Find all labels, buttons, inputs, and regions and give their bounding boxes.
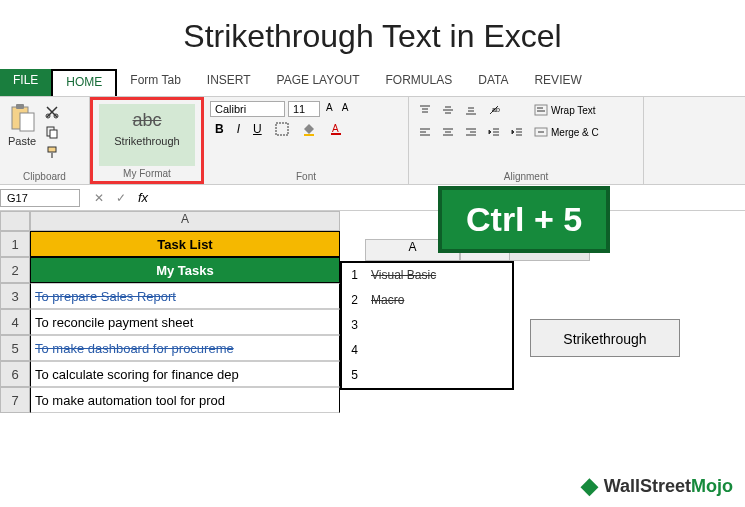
- mini-row-header[interactable]: 2: [342, 288, 367, 313]
- clipboard-group: Paste Clipboard: [0, 97, 90, 184]
- fill-color-icon[interactable]: [297, 121, 321, 140]
- svg-rect-7: [48, 147, 56, 152]
- copy-icon[interactable]: [42, 123, 62, 141]
- watermark-mojo: Mojo: [691, 476, 733, 496]
- watermark-text: WallStreet: [604, 476, 691, 496]
- font-size-select[interactable]: 11: [288, 101, 320, 117]
- increase-indent-icon[interactable]: [507, 123, 527, 141]
- italic-button[interactable]: I: [232, 121, 245, 140]
- mini-row-header[interactable]: 3: [342, 313, 367, 338]
- myformat-label: My Format: [99, 168, 195, 179]
- mini-row-header[interactable]: 1: [342, 263, 367, 288]
- name-box[interactable]: G17: [0, 189, 80, 207]
- tab-data[interactable]: DATA: [465, 69, 521, 96]
- mini-cell-b3[interactable]: [462, 313, 512, 338]
- alignment-label: Alignment: [415, 171, 637, 182]
- ribbon: Paste Clipboard abc Strikethrough My For…: [0, 97, 745, 185]
- mini-corner[interactable]: [340, 239, 365, 261]
- mini-cell-a4[interactable]: [367, 338, 462, 363]
- mini-cell-b2[interactable]: [462, 288, 512, 313]
- cell-a7[interactable]: To make automation tool for prod: [30, 387, 340, 413]
- align-center-icon[interactable]: [438, 123, 458, 141]
- svg-rect-8: [51, 152, 53, 158]
- strikethrough-icon: abc: [132, 110, 161, 131]
- row-header[interactable]: 3: [0, 283, 30, 309]
- watermark-icon: ◆: [581, 473, 598, 499]
- borders-icon[interactable]: [270, 121, 294, 140]
- orientation-icon[interactable]: ab: [484, 101, 504, 119]
- fx-icon[interactable]: fx: [138, 190, 148, 205]
- font-label: Font: [210, 171, 402, 182]
- tab-file[interactable]: FILE: [0, 69, 51, 96]
- formula-cancel-icon[interactable]: ✕: [88, 191, 110, 205]
- align-top-icon[interactable]: [415, 101, 435, 119]
- cell-a6[interactable]: To calculate scoring for finance dep: [30, 361, 340, 387]
- align-left-icon[interactable]: [415, 123, 435, 141]
- strikethrough-button[interactable]: abc Strikethrough: [99, 104, 195, 166]
- cell-a2[interactable]: My Tasks: [30, 257, 340, 283]
- strikethrough-macro-button[interactable]: Strikethrough: [530, 319, 680, 357]
- mini-cell-a5[interactable]: [367, 363, 462, 388]
- svg-text:A: A: [332, 123, 339, 134]
- formula-bar: G17 ✕ ✓ fx: [0, 185, 745, 211]
- mini-cell-b1[interactable]: [462, 263, 512, 288]
- row-header[interactable]: 4: [0, 309, 30, 335]
- tab-form[interactable]: Form Tab: [117, 69, 193, 96]
- decrease-indent-icon[interactable]: [484, 123, 504, 141]
- paste-button[interactable]: Paste: [6, 101, 38, 161]
- svg-rect-1: [16, 104, 24, 109]
- decrease-font-icon[interactable]: A: [339, 101, 352, 117]
- mini-cell-a2[interactable]: Macro: [367, 288, 462, 313]
- watermark: ◆ WallStreetMojo: [581, 473, 733, 499]
- row-header[interactable]: 1: [0, 231, 30, 257]
- tab-page-layout[interactable]: PAGE LAYOUT: [264, 69, 373, 96]
- tab-home[interactable]: HOME: [51, 69, 117, 96]
- format-painter-icon[interactable]: [42, 143, 62, 161]
- align-middle-icon[interactable]: [438, 101, 458, 119]
- wrap-text-button[interactable]: Wrap Text: [530, 101, 600, 119]
- svg-rect-10: [304, 134, 314, 136]
- paste-icon: [6, 101, 38, 135]
- mini-table: 1Visual Basic 2Macro 3 4 5: [340, 261, 514, 390]
- mini-cell-a1[interactable]: Visual Basic: [367, 263, 462, 288]
- mini-row-header[interactable]: 4: [342, 338, 367, 363]
- row-header[interactable]: 6: [0, 361, 30, 387]
- cell-a5[interactable]: To make dashboard for procureme: [30, 335, 340, 361]
- font-color-icon[interactable]: A: [324, 121, 348, 140]
- font-group: Calibri 11 A A B I U A Font: [204, 97, 409, 184]
- row-header[interactable]: 5: [0, 335, 30, 361]
- mini-cell-a3[interactable]: [367, 313, 462, 338]
- mini-row-header[interactable]: 5: [342, 363, 367, 388]
- svg-rect-2: [20, 113, 34, 131]
- font-name-select[interactable]: Calibri: [210, 101, 285, 117]
- cell-a4[interactable]: To reconcile payment sheet: [30, 309, 340, 335]
- col-header-a[interactable]: A: [30, 211, 340, 231]
- strikethrough-label: Strikethrough: [114, 135, 179, 147]
- cut-icon[interactable]: [42, 103, 62, 121]
- cell-a1[interactable]: Task List: [30, 231, 340, 257]
- merge-center-button[interactable]: Merge & C: [530, 123, 603, 141]
- align-bottom-icon[interactable]: [461, 101, 481, 119]
- select-all-corner[interactable]: [0, 211, 30, 231]
- formula-enter-icon[interactable]: ✓: [110, 191, 132, 205]
- alignment-group: ab Wrap Text Merge & C Alignment: [409, 97, 644, 184]
- row-header[interactable]: 7: [0, 387, 30, 413]
- myformat-group: abc Strikethrough My Format: [90, 97, 204, 184]
- svg-rect-12: [331, 133, 341, 135]
- tab-review[interactable]: REVIEW: [521, 69, 594, 96]
- align-right-icon[interactable]: [461, 123, 481, 141]
- clipboard-label: Clipboard: [6, 171, 83, 182]
- ribbon-tabs: FILE HOME Form Tab INSERT PAGE LAYOUT FO…: [0, 69, 745, 97]
- cell-a3[interactable]: To prepare Sales Report: [30, 283, 340, 309]
- mini-cell-b5[interactable]: [462, 363, 512, 388]
- tab-formulas[interactable]: FORMULAS: [373, 69, 466, 96]
- svg-rect-14: [535, 105, 547, 115]
- increase-font-icon[interactable]: A: [323, 101, 336, 117]
- row-header[interactable]: 2: [0, 257, 30, 283]
- shortcut-badge: Ctrl + 5: [438, 186, 610, 253]
- bold-button[interactable]: B: [210, 121, 229, 140]
- underline-button[interactable]: U: [248, 121, 267, 140]
- tab-insert[interactable]: INSERT: [194, 69, 264, 96]
- page-title: Strikethrough Text in Excel: [0, 0, 745, 69]
- mini-cell-b4[interactable]: [462, 338, 512, 363]
